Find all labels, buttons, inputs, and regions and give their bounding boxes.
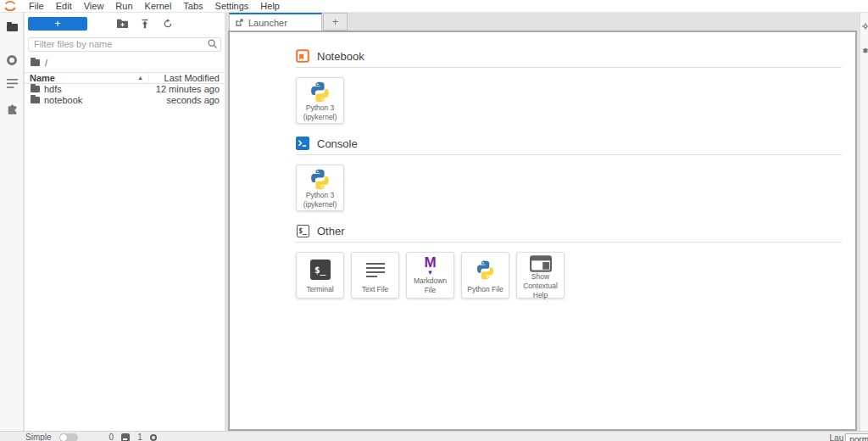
sort-ascending-icon[interactable]: ▲ [137, 75, 143, 81]
sidebar-item-extension-manager[interactable] [0, 96, 24, 120]
folder-icon [7, 24, 18, 31]
new-folder-button[interactable] [115, 17, 129, 30]
file-browser-toolbar: + [25, 13, 225, 31]
tab-launcher[interactable]: Launcher [229, 13, 322, 31]
running-sessions-icon [7, 55, 17, 65]
add-tab-button[interactable]: + [323, 13, 348, 31]
file-name: notebook [44, 95, 82, 105]
python-logo-icon [309, 78, 331, 103]
card-label: Python 3 [306, 191, 335, 199]
new-folder-icon [116, 18, 129, 29]
python-logo-icon [475, 253, 496, 285]
status-bar: Simple 0 1 Lau norm [0, 431, 868, 441]
kernel-status-icon[interactable] [150, 434, 157, 441]
status-overlay-tooltip: norm [845, 433, 868, 441]
sidebar-item-table-of-contents[interactable] [0, 71, 24, 95]
card-terminal[interactable]: $_ Terminal [296, 252, 344, 299]
terminal-icon: $_ [296, 224, 309, 237]
menu-settings[interactable]: Settings [209, 0, 255, 13]
launcher-panel: Notebook Python 3 (ipykernel) [228, 31, 857, 431]
bug-icon [862, 45, 868, 55]
card-sublabel: (ipykernel) [303, 113, 337, 122]
menu-view[interactable]: View [78, 0, 110, 13]
tab-bar: Launcher + [228, 13, 857, 31]
file-filter-input[interactable] [28, 37, 221, 52]
tab-label: Launcher [248, 18, 287, 28]
puzzle-icon [7, 102, 18, 114]
table-of-contents-icon [7, 79, 18, 88]
card-label: Python File [466, 285, 504, 298]
sidebar-item-file-browser[interactable] [0, 15, 24, 39]
new-launcher-button[interactable]: + [28, 17, 87, 31]
card-label: Terminal [305, 285, 334, 298]
menu-help[interactable]: Help [254, 0, 286, 13]
card-label: Show Contextual Help [517, 272, 564, 304]
section-title: Console [317, 137, 358, 150]
menu-file[interactable]: File [23, 0, 50, 13]
left-sidebar [0, 13, 24, 431]
card-text-file[interactable]: Text File [351, 252, 399, 299]
card-sublabel: (ipykernel) [303, 200, 337, 209]
search-icon [207, 37, 218, 53]
kernels-count[interactable]: 1 [137, 433, 142, 441]
section-title: Other [317, 225, 345, 237]
file-row-hdfs[interactable]: hdfs 12 minutes ago [25, 84, 225, 95]
file-name: hdfs [44, 84, 62, 94]
console-icon [296, 137, 309, 150]
column-last-modified[interactable]: Last Modified [148, 72, 225, 84]
sidebar-item-running-sessions[interactable] [0, 48, 24, 72]
terminal-status-icon[interactable] [121, 433, 130, 441]
home-folder-icon [31, 59, 40, 66]
refresh-button[interactable] [161, 17, 175, 30]
card-label: Markdown File [407, 276, 453, 299]
card-markdown-file[interactable]: M ▼ Markdown File [406, 252, 454, 299]
gear-icon [862, 21, 868, 31]
menu-kernel[interactable]: Kernel [139, 0, 178, 13]
folder-icon [31, 86, 40, 92]
file-browser-panel: + [25, 13, 225, 431]
menu-edit[interactable]: Edit [50, 0, 78, 13]
file-row-notebook[interactable]: notebook seconds ago [25, 95, 225, 106]
notebook-icon [296, 49, 309, 63]
file-modified: seconds ago [148, 95, 225, 105]
menu-tabs[interactable]: Tabs [177, 0, 209, 13]
section-divider [296, 154, 842, 155]
terminal-icon: $_ [310, 253, 331, 285]
sidebar-item-property-inspector[interactable] [860, 15, 868, 37]
breadcrumb-root[interactable]: / [45, 58, 47, 68]
card-python-file[interactable]: Python File [461, 252, 509, 299]
card-label: Python 3 [306, 103, 335, 112]
upload-icon [140, 19, 150, 29]
card-console-python3[interactable]: Python 3 (ipykernel) [296, 165, 344, 211]
simple-mode-toggle[interactable] [59, 433, 78, 441]
section-title: Notebook [317, 50, 364, 63]
section-notebook: Notebook [296, 49, 842, 63]
main-dock-panel: Launcher + Notebook [228, 13, 857, 431]
text-file-icon [366, 253, 385, 285]
refresh-icon [163, 19, 173, 29]
section-other: $_ Other [296, 224, 842, 237]
right-sidebar [860, 13, 868, 431]
markdown-icon: M ▼ [424, 253, 436, 276]
upload-button[interactable] [138, 17, 152, 30]
file-filter [28, 36, 221, 52]
file-list-header: Name ▲ Last Modified [25, 72, 225, 84]
section-divider [296, 67, 842, 68]
column-name[interactable]: Name [25, 73, 137, 83]
menu-run[interactable]: Run [109, 0, 138, 13]
launcher-icon [235, 18, 244, 27]
terminals-count[interactable]: 0 [109, 433, 114, 441]
sidebar-item-debugger[interactable] [860, 39, 868, 61]
menu-bar: File Edit View Run Kernel Tabs Settings … [0, 0, 868, 13]
workspace: + [0, 13, 868, 431]
simple-mode-label: Simple [25, 433, 52, 441]
card-notebook-python3[interactable]: Python 3 (ipykernel) [296, 77, 344, 124]
section-divider [296, 242, 842, 243]
breadcrumb[interactable]: / [25, 52, 225, 72]
folder-icon [31, 97, 40, 103]
section-console: Console [296, 137, 842, 150]
card-show-contextual-help[interactable]: Show Contextual Help [516, 252, 565, 299]
card-label: Text File [361, 285, 390, 298]
contextual-help-icon [530, 253, 552, 272]
jupyter-logo-icon [3, 1, 18, 12]
